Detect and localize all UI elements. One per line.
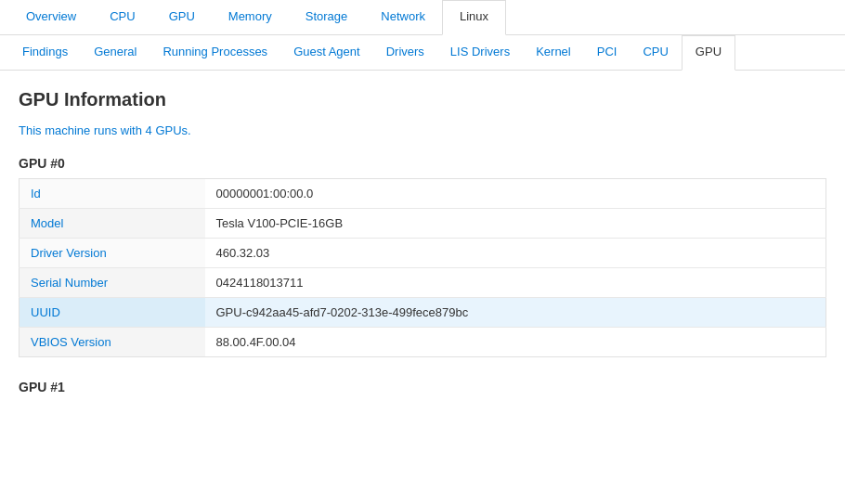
second-nav-item-guest-agent[interactable]: Guest Agent: [280, 35, 373, 70]
table-row: ModelTesla V100-PCIE-16GB: [20, 209, 826, 239]
gpu-section-title-0: GPU #0: [19, 156, 826, 171]
row-value: 88.00.4F.00.04: [205, 328, 826, 357]
row-value: 460.32.03: [205, 239, 826, 268]
second-nav-item-kernel[interactable]: Kernel: [523, 35, 584, 70]
second-nav-item-pci[interactable]: PCI: [584, 35, 630, 70]
row-label: VBIOS Version: [20, 328, 205, 357]
second-nav-item-drivers[interactable]: Drivers: [373, 35, 437, 70]
table-row: VBIOS Version88.00.4F.00.04: [20, 328, 826, 357]
row-label: Driver Version: [20, 239, 205, 268]
second-nav-item-lis-drivers[interactable]: LIS Drivers: [437, 35, 523, 70]
second-nav: FindingsGeneralRunning ProcessesGuest Ag…: [0, 35, 845, 71]
top-nav-item-gpu[interactable]: GPU: [152, 0, 212, 34]
top-nav-item-linux[interactable]: Linux: [442, 0, 506, 35]
table-row: UUIDGPU-c942aa45-afd7-0202-313e-499fece8…: [20, 298, 826, 328]
top-nav-item-overview[interactable]: Overview: [9, 0, 93, 34]
second-nav-item-general[interactable]: General: [81, 35, 150, 70]
gpu-section-title-1: GPU #1: [19, 380, 826, 394]
row-value: GPU-c942aa45-afd7-0202-313e-499fece879bc: [205, 298, 826, 328]
table-row: Serial Number0424118013711: [20, 268, 826, 298]
row-label: Serial Number: [20, 268, 205, 298]
row-label: Model: [20, 209, 205, 239]
row-value: 00000001:00:00.0: [205, 179, 826, 209]
table-row: Id00000001:00:00.0: [20, 179, 826, 209]
row-value: 0424118013711: [205, 268, 826, 298]
second-nav-item-gpu[interactable]: GPU: [682, 35, 735, 71]
top-nav-item-network[interactable]: Network: [364, 0, 442, 34]
second-nav-item-running-processes[interactable]: Running Processes: [150, 35, 280, 70]
second-nav-item-cpu[interactable]: CPU: [630, 35, 681, 70]
page-title: GPU Information: [19, 89, 826, 110]
main-content: GPU Information This machine runs with 4…: [0, 71, 845, 420]
second-nav-item-findings[interactable]: Findings: [9, 35, 81, 70]
top-nav: OverviewCPUGPUMemoryStorageNetworkLinux: [0, 0, 845, 35]
row-label: UUID: [20, 298, 205, 328]
row-label: Id: [20, 179, 205, 209]
gpu-table-0: Id00000001:00:00.0ModelTesla V100-PCIE-1…: [19, 178, 826, 357]
row-value: Tesla V100-PCIE-16GB: [205, 209, 826, 239]
top-nav-item-memory[interactable]: Memory: [212, 0, 289, 34]
table-row: Driver Version460.32.03: [20, 239, 826, 268]
gpu-summary: This machine runs with 4 GPUs.: [19, 123, 826, 137]
top-nav-item-cpu[interactable]: CPU: [93, 0, 151, 34]
top-nav-item-storage[interactable]: Storage: [289, 0, 365, 34]
